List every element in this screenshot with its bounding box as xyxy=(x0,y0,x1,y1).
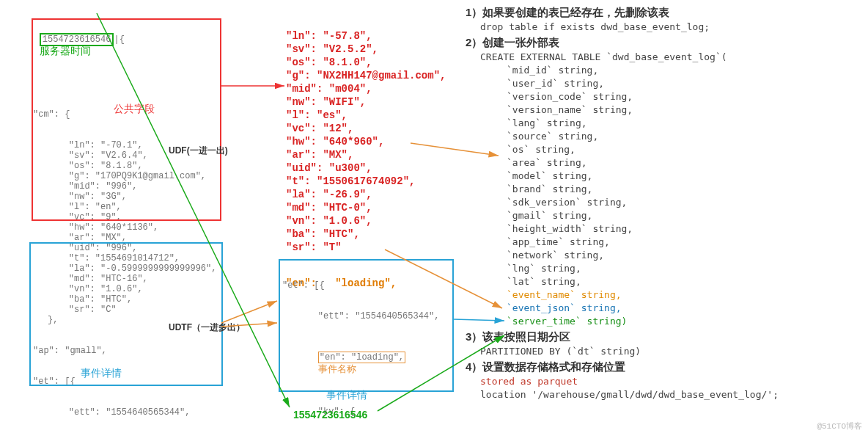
mid-red-line: "hw": "640*960", xyxy=(286,135,446,148)
label-kv-mid: 事件详情 xyxy=(326,389,367,402)
mid-red-line: "mid": "m004", xyxy=(286,82,446,95)
udtf-label: UDTF（一进多出） xyxy=(169,321,245,334)
box-cm xyxy=(32,18,221,221)
r-field: `gmail` string, xyxy=(507,209,861,222)
r-s4-red: stored as parquet xyxy=(480,375,861,388)
r-field: `sdk_version` string, xyxy=(507,196,861,209)
mid-red-line: "sr": "T" xyxy=(286,241,446,254)
r-s3-code: PARTITIONED BY (`dt` string) xyxy=(480,345,861,358)
r-field: `app_time` string, xyxy=(507,236,861,249)
label-cm: 公共字段 xyxy=(114,103,155,116)
r-field: `brand` string, xyxy=(507,183,861,196)
mid-red-line: "os": "8.1.0", xyxy=(286,56,446,69)
r-field: `network` string, xyxy=(507,249,861,262)
r-field: `user_id` string, xyxy=(507,77,861,90)
right-column: 1）如果要创建的表已经存在，先删除该表 drop table if exists… xyxy=(466,4,861,401)
line: "ett": "1554640565344", xyxy=(48,407,216,418)
r-field: `height_width` string, xyxy=(507,222,861,236)
r-s2-head: 2）创建一张外部表 xyxy=(466,35,861,49)
r-f-eventjson: `event_json` string, xyxy=(507,302,861,315)
r-s4-loc: location '/warehouse/gmall/dwd/dwd_base_… xyxy=(480,388,861,401)
line: "ar": "MX", xyxy=(48,233,216,243)
mid-ts: 1554723616546 xyxy=(293,409,367,421)
mid-red-line: "ba": "HTC", xyxy=(286,228,446,241)
udf-label: UDF(一进一出) xyxy=(169,145,228,157)
r-f-eventname: `event_name` string, xyxy=(507,288,861,302)
r-s1-head: 1）如果要创建的表已经存在，先删除该表 xyxy=(466,5,861,19)
mid-red-block: "ln": "-57.8","sv": "V2.5.2","os": "8.1.… xyxy=(286,6,446,301)
r-field: `version_code` string, xyxy=(507,90,861,103)
r-field: `source` string, xyxy=(507,130,861,143)
mid-red-line: "vn": "1.0.6", xyxy=(286,214,446,228)
mid-red-line: "ar": "MX", xyxy=(286,148,446,161)
r-field: `lat` string, xyxy=(507,275,861,288)
r-field: `model` string, xyxy=(507,170,861,183)
r-s2-code1: CREATE EXTERNAL TABLE `dwd_base_event_lo… xyxy=(480,51,861,64)
mid-red-line: "ln": "-57.8", xyxy=(286,29,446,43)
r-field: `lang` string, xyxy=(507,117,861,130)
r-s1-code: drop table if exists dwd_base_event_log; xyxy=(480,21,861,34)
mid-red-line: "nw": "WIFI", xyxy=(286,95,446,109)
mid-red-line: "sv": "V2.5.2", xyxy=(286,43,446,56)
r-s4-head: 4）设置数据存储格式和存储位置 xyxy=(466,360,861,374)
mid-red-line: "g": "NX2HH147@gmail.com", xyxy=(286,69,446,82)
r-field: `area` string, xyxy=(507,156,861,170)
line: "hw": "640*1136", xyxy=(48,222,216,233)
r-f-servertime: `server_time` string) xyxy=(507,315,861,328)
label-kv-left: 事件详情 xyxy=(81,367,122,380)
mid-red-line: "md": "HTC-0", xyxy=(286,201,446,214)
mid-red-line: "l": "es", xyxy=(286,109,446,122)
mid-red-line: "vc": "12", xyxy=(286,122,446,135)
r-field: `os` string, xyxy=(507,143,861,156)
mid-red-line: "la": "-26.9", xyxy=(286,188,446,201)
watermark: @51CTO博客 xyxy=(817,421,862,432)
left-et-lines: "ett": "1554640565344", xyxy=(33,407,216,418)
r-field: `version_name` string, xyxy=(507,103,861,117)
box-et-left xyxy=(29,242,223,386)
r-field: `lng` string, xyxy=(507,262,861,275)
mid-red-line: "t": "1550617674092", xyxy=(286,175,446,188)
mid-red-line: "uid": "u300", xyxy=(286,161,446,175)
box-et-mid xyxy=(279,259,454,392)
r-s3-head: 3）该表按照日期分区 xyxy=(466,330,861,343)
r-field: `mid_id` string, xyxy=(507,64,861,77)
